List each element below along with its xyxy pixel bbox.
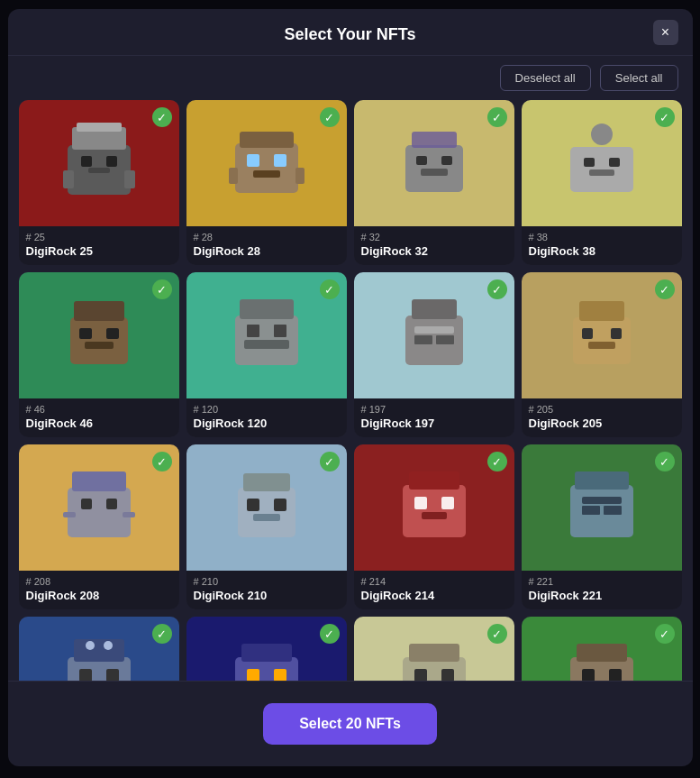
- check-badge-230: ✓: [487, 624, 507, 644]
- modal-title: Select Your NFTs: [284, 25, 415, 44]
- nft-card-32[interactable]: # 32 DigiRock 32 ✓: [354, 100, 514, 265]
- check-badge-208: ✓: [152, 452, 172, 471]
- nft-card-28[interactable]: # 28 DigiRock 28 ✓: [186, 100, 347, 265]
- svg-rect-43: [611, 328, 622, 339]
- check-badge-214: ✓: [487, 452, 507, 471]
- svg-rect-31: [247, 325, 259, 337]
- nft-card-210[interactable]: # 210 DigiRock 210 ✓: [186, 444, 347, 609]
- svg-rect-85: [609, 669, 622, 681]
- nft-name-38: DigiRock 38: [529, 244, 675, 258]
- nft-card-25[interactable]: # 25 DigiRock 25 ✓: [19, 100, 179, 265]
- check-badge-120: ✓: [320, 279, 340, 299]
- svg-rect-64: [582, 506, 600, 515]
- svg-rect-48: [106, 499, 117, 509]
- nft-card-208[interactable]: # 208 DigiRock 208 ✓: [19, 444, 179, 609]
- check-badge-46: ✓: [152, 279, 172, 299]
- svg-rect-42: [582, 328, 593, 339]
- svg-rect-36: [412, 299, 457, 319]
- nft-name-205: DigiRock 205: [529, 416, 675, 430]
- svg-rect-18: [441, 156, 452, 165]
- svg-rect-47: [81, 499, 92, 509]
- nft-number-120: # 120: [194, 404, 340, 415]
- nft-number-197: # 197: [361, 404, 507, 415]
- nft-number-208: # 208: [26, 576, 172, 587]
- close-button[interactable]: ×: [653, 20, 678, 45]
- nft-name-214: DigiRock 214: [361, 589, 507, 602]
- svg-rect-10: [247, 154, 259, 167]
- svg-rect-34: [240, 299, 294, 319]
- nft-card-38[interactable]: # 38 DigiRock 38 ✓: [522, 100, 682, 265]
- svg-rect-58: [414, 497, 427, 509]
- nft-info-38: # 38 DigiRock 38: [522, 226, 682, 265]
- nft-grid: # 25 DigiRock 25 ✓ # 28 DigiRock 28 ✓: [19, 100, 682, 681]
- nft-number-205: # 205: [529, 404, 675, 415]
- svg-rect-79: [414, 669, 427, 681]
- svg-rect-41: [579, 301, 624, 321]
- check-badge-32: ✓: [487, 107, 507, 127]
- nft-name-25: DigiRock 25: [26, 244, 172, 258]
- svg-rect-32: [274, 325, 286, 337]
- svg-rect-17: [416, 156, 427, 165]
- svg-rect-25: [70, 317, 128, 364]
- nft-card-46[interactable]: # 46 DigiRock 46 ✓: [19, 272, 179, 437]
- nft-number-32: # 32: [361, 232, 507, 243]
- svg-rect-65: [604, 506, 622, 515]
- svg-rect-13: [229, 168, 238, 184]
- svg-rect-59: [441, 497, 454, 509]
- deselect-all-button[interactable]: Deselect all: [500, 65, 591, 91]
- svg-rect-39: [436, 335, 454, 344]
- svg-rect-71: [106, 669, 119, 681]
- nft-card-197[interactable]: # 197 DigiRock 197 ✓: [354, 272, 514, 437]
- svg-rect-73: [241, 644, 292, 662]
- svg-rect-46: [72, 471, 126, 491]
- svg-rect-19: [421, 169, 448, 176]
- nft-number-210: # 210: [194, 576, 340, 587]
- nft-name-28: DigiRock 28: [194, 244, 340, 258]
- nft-number-25: # 25: [26, 232, 172, 243]
- check-badge-275: ✓: [655, 624, 675, 644]
- select-nfts-button[interactable]: Select 20 NFTs: [263, 703, 437, 745]
- nft-info-32: # 32 DigiRock 32: [354, 226, 514, 265]
- svg-rect-75: [274, 669, 286, 681]
- svg-rect-54: [274, 499, 286, 511]
- svg-rect-83: [577, 644, 627, 662]
- svg-rect-70: [79, 669, 92, 681]
- svg-point-68: [86, 641, 95, 650]
- nft-card-229[interactable]: # 229 DigiRock 229 ✓: [186, 617, 347, 681]
- svg-rect-51: [238, 488, 295, 537]
- check-badge-28: ✓: [320, 107, 340, 127]
- svg-rect-38: [414, 335, 432, 344]
- nft-card-275[interactable]: # 275 DigiRock 275 ✓: [522, 617, 682, 681]
- nft-info-208: # 208 DigiRock 208: [19, 571, 179, 609]
- svg-rect-3: [81, 156, 92, 167]
- nft-number-46: # 46: [26, 404, 172, 415]
- nft-number-38: # 38: [529, 232, 675, 243]
- svg-rect-14: [295, 168, 305, 184]
- nft-card-221[interactable]: # 221 DigiRock 221 ✓: [522, 444, 682, 609]
- check-badge-205: ✓: [655, 279, 675, 299]
- svg-rect-50: [123, 512, 135, 517]
- nft-card-205[interactable]: # 205 DigiRock 205 ✓: [522, 272, 682, 437]
- nft-card-120[interactable]: # 120 DigiRock 120 ✓: [186, 272, 347, 437]
- check-badge-38: ✓: [655, 107, 675, 127]
- modal-footer: Select 20 NFTs: [8, 681, 693, 766]
- nft-card-214[interactable]: # 214 DigiRock 214 ✓: [354, 444, 514, 609]
- nft-info-120: # 120 DigiRock 120: [186, 398, 347, 437]
- svg-rect-12: [253, 170, 280, 178]
- svg-rect-61: [570, 485, 633, 537]
- select-all-button[interactable]: Select all: [600, 65, 678, 91]
- check-badge-229: ✓: [320, 624, 340, 644]
- svg-rect-62: [575, 471, 629, 490]
- nft-card-230[interactable]: # 230 DigiRock 230 ✓: [354, 617, 514, 681]
- nft-info-28: # 28 DigiRock 28: [186, 226, 347, 265]
- nft-number-221: # 221: [529, 576, 675, 587]
- nft-card-228[interactable]: # 228 DigiRock 228 ✓: [19, 617, 179, 681]
- svg-rect-55: [253, 514, 280, 521]
- svg-rect-33: [244, 340, 289, 349]
- svg-rect-49: [63, 512, 76, 517]
- svg-rect-24: [589, 169, 614, 176]
- svg-rect-11: [274, 154, 286, 167]
- svg-rect-57: [409, 471, 459, 490]
- svg-rect-84: [582, 669, 595, 681]
- check-badge-221: ✓: [655, 452, 675, 471]
